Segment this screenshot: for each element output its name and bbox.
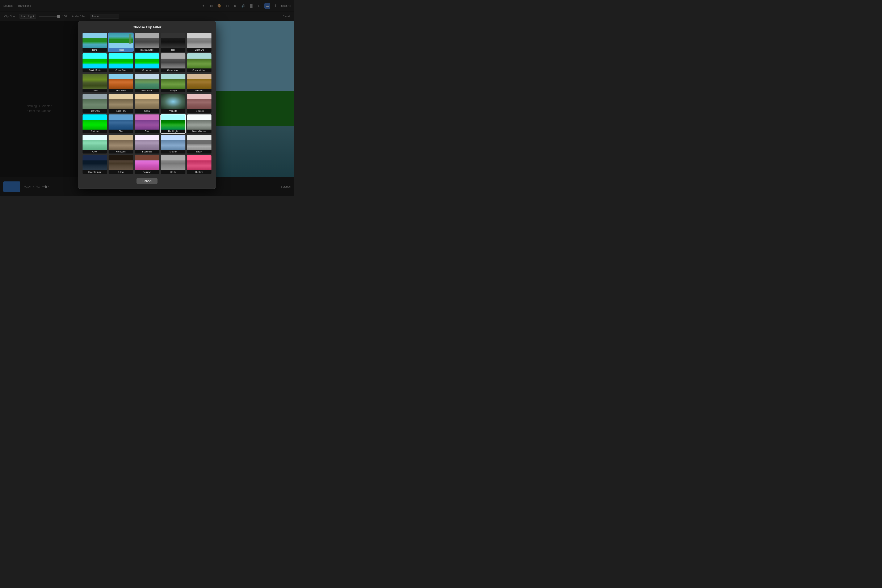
filter-thumb-oldworld — [109, 135, 133, 150]
filter-scene-vintage — [161, 74, 185, 89]
filter-thumb-noir — [161, 33, 185, 48]
filter-label-noir: Noir — [161, 48, 185, 52]
filter-item-comicink[interactable]: Comic Ink — [134, 53, 160, 72]
filter-label-blockbuster: Blockbuster — [135, 89, 159, 92]
filter-item-comicmono[interactable]: Comic Mono — [160, 53, 186, 72]
filter-thumb-heatwave — [109, 74, 133, 89]
filter-label-comiccool: Comic Cool — [109, 69, 133, 72]
filter-scene-raster — [187, 135, 212, 150]
filter-label-duotone: Duotone — [187, 170, 212, 174]
filter-scene-comicbasic — [82, 53, 107, 69]
filter-item-silera[interactable]: Silent Era — [187, 33, 212, 52]
filter-label-blue: Blue — [109, 130, 133, 133]
filter-thumb-comicmono — [161, 53, 185, 69]
filter-item-heatwave[interactable]: Heat Wave — [108, 73, 134, 93]
filter-scene-western — [187, 74, 212, 89]
filter-item-blue[interactable]: Blue — [108, 114, 134, 134]
filter-item-duotone[interactable]: Duotone — [187, 155, 212, 174]
filter-item-scifi[interactable]: Sci-Fi — [160, 155, 186, 174]
filter-scene-hardlight — [161, 114, 185, 130]
filter-scene-agedfilm — [109, 94, 133, 109]
filter-thumb-comicvintage — [187, 53, 212, 69]
filter-item-dreamy[interactable]: Dreamy — [160, 134, 186, 154]
dialog-footer: Cancel — [82, 178, 212, 184]
filter-item-glow[interactable]: Glow — [82, 134, 107, 154]
filter-label-agedfilm: Aged Film — [109, 109, 133, 113]
filter-item-comiccool[interactable]: Comic Cool — [108, 53, 134, 72]
filter-grid: NoneFlippedBlack & WhiteNoirSilent EraCo… — [82, 33, 212, 174]
filter-item-agedfilm[interactable]: Aged Film — [108, 94, 134, 113]
filter-item-flashback[interactable]: Flashback — [134, 134, 160, 154]
filter-item-noir[interactable]: Noir — [160, 33, 186, 52]
filter-thumb-blue — [109, 114, 133, 130]
filter-label-negative: Negative — [135, 170, 159, 174]
filter-item-romantic[interactable]: Romantic — [187, 94, 212, 113]
filter-scene-daynight — [82, 155, 107, 170]
filter-label-hardlight: Hard Light — [161, 130, 185, 133]
filter-thumb-blockbuster — [135, 74, 159, 89]
filter-item-cartoon[interactable]: Cartoon — [82, 114, 107, 134]
filter-item-camo[interactable]: Camo — [82, 73, 107, 93]
filter-item-blockbuster[interactable]: Blockbuster — [134, 73, 160, 93]
filter-item-negative[interactable]: Negative — [134, 155, 160, 174]
filter-thumb-dreamy — [161, 135, 185, 150]
filter-item-comicvintage[interactable]: Comic Vintage — [187, 53, 212, 72]
filter-thumb-vignette — [161, 94, 185, 109]
filter-thumb-comiccool — [109, 53, 133, 69]
filter-scene-comiccool — [109, 53, 133, 69]
filter-item-hardlight[interactable]: Hard Light — [160, 114, 186, 134]
filter-label-glow: Glow — [82, 150, 107, 153]
filter-thumb-scifi — [161, 155, 185, 170]
tree-overlay-flipped — [129, 34, 132, 44]
filter-scene-comicvintage — [187, 53, 212, 69]
filter-scene-dreamy — [161, 135, 185, 150]
filter-label-vignette: Vignette — [161, 109, 185, 113]
filter-item-flipped[interactable]: Flipped — [108, 33, 134, 52]
filter-label-western: Western — [187, 89, 212, 92]
filter-item-comicbasic[interactable]: Comic Basic — [82, 53, 107, 72]
filter-thumb-flipped — [109, 33, 133, 48]
dialog-overlay: Choose Clip Filter NoneFlippedBlack & Wh… — [0, 0, 294, 196]
filter-thumb-silera — [187, 33, 212, 48]
filter-thumb-duotone — [187, 155, 212, 170]
filter-thumb-raster — [187, 135, 212, 150]
filter-item-raster[interactable]: Raster — [187, 134, 212, 154]
filter-thumb-comicbasic — [82, 53, 107, 69]
filter-thumb-blast — [135, 114, 159, 130]
filter-item-western[interactable]: Western — [187, 73, 212, 93]
filter-label-oldworld: Old World — [109, 150, 133, 153]
filter-item-bleach[interactable]: Bleach Bypass — [187, 114, 212, 134]
filter-scene-blast — [135, 114, 159, 130]
filter-item-none[interactable]: None — [82, 33, 107, 52]
filter-item-vintage[interactable]: Vintage — [160, 73, 186, 93]
filter-scene-filmgrain — [82, 94, 107, 109]
filter-thumb-xray — [109, 155, 133, 170]
filter-scene-blockbuster — [135, 74, 159, 89]
filter-thumb-cartoon — [82, 114, 107, 130]
filter-item-xray[interactable]: X-Ray — [108, 155, 134, 174]
filter-label-raster: Raster — [187, 150, 212, 153]
cancel-button[interactable]: Cancel — [136, 178, 158, 184]
filter-scene-bw — [135, 33, 159, 48]
filter-scene-xray — [109, 155, 133, 170]
filter-item-daynight[interactable]: Day into Night — [82, 155, 107, 174]
filter-item-oldworld[interactable]: Old World — [108, 134, 134, 154]
filter-item-bw[interactable]: Black & White — [134, 33, 160, 52]
filter-label-vintage: Vintage — [161, 89, 185, 92]
filter-item-filmgrain[interactable]: Film Grain — [82, 94, 107, 113]
filter-label-silera: Silent Era — [187, 48, 212, 52]
filter-item-sepia[interactable]: Sepia — [134, 94, 160, 113]
filter-label-filmgrain: Film Grain — [82, 109, 107, 113]
filter-label-comicvintage: Comic Vintage — [187, 69, 212, 72]
filter-scene-duotone — [187, 155, 212, 170]
filter-thumb-comicink — [135, 53, 159, 69]
filter-label-blast: Blast — [135, 130, 159, 133]
filter-item-vignette[interactable]: Vignette — [160, 94, 186, 113]
filter-label-scifi: Sci-Fi — [161, 170, 185, 174]
filter-label-dreamy: Dreamy — [161, 150, 185, 153]
filter-label-none: None — [82, 48, 107, 52]
filter-item-blast[interactable]: Blast — [134, 114, 160, 134]
filter-label-bw: Black & White — [135, 48, 159, 52]
filter-scene-sepia — [135, 94, 159, 109]
filter-label-camo: Camo — [82, 89, 107, 92]
